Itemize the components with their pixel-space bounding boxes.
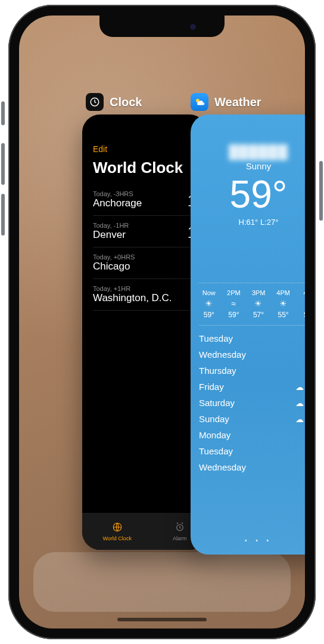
hour-label: 3PM [248,289,269,296]
daily-row: Wednesday [199,346,305,363]
time-offset: Today, -1HR [93,222,129,229]
hour-label: 4:4 [298,289,305,296]
city-label: Chicago [93,261,130,272]
tab-world-clock[interactable]: World Clock [103,522,132,541]
city-label: Anchorage [93,197,142,209]
switcher-header-weather[interactable]: Weather [191,93,261,111]
app-switcher[interactable]: Clock Weather Edit World Clock Today, -3… [19,16,305,628]
hour-cell: 3PM57° [248,289,269,319]
sun-icon [248,299,269,308]
weather-hilo: H:61° L:27° [199,218,305,227]
day-label: Thursday [199,366,236,376]
cloud-icon: 40% [295,382,305,392]
edit-button[interactable]: Edit [93,144,197,154]
day-label: Tuesday [199,446,233,456]
day-label: Wednesday [199,462,246,472]
clock-tabbar: World Clock Alarm [82,513,207,550]
switcher-label-weather: Weather [214,95,261,109]
hour-cell: 4:4Su [298,289,305,319]
day-label: Friday [199,382,224,392]
city-label: Denver [93,229,126,240]
hour-cell: 4PM55° [273,289,294,319]
weather-temp: 59° [199,172,305,216]
daily-row: Tuesday [199,443,305,459]
clock-app-icon [86,93,104,111]
switcher-header-clock[interactable]: Clock [86,93,142,111]
day-label: Saturday [199,398,235,408]
city-label: Washington, D.C. [93,292,172,304]
hour-cell: 2PM59° [224,289,244,319]
time-offset: Today, -3HRS [93,190,142,197]
switcher-label-clock: Clock [110,95,142,109]
city-label-blurred: ██████ [199,144,305,160]
world-clock-row[interactable]: Today, +0HRSChicago [93,247,197,279]
world-clock-row[interactable]: Today, -1HRDenver1 [93,216,197,247]
daily-row: Tuesday [199,330,305,346]
weather-condition: Sunny [199,161,305,171]
daily-row: Monday [199,427,305,443]
tab-alarm[interactable]: Alarm [173,522,187,541]
day-label: Sunday [199,414,229,424]
day-label: Tuesday [199,333,233,343]
cloud-icon: 60% [295,398,305,408]
sun-icon [273,299,294,308]
world-clock-row[interactable]: Today, +1HRWashington, D.C. [93,279,197,311]
time-offset: Today, +0HRS [93,253,135,261]
cloud-icon: 60% [295,414,305,424]
hour-label: 4PM [273,289,294,296]
hourly-forecast[interactable]: Now59°2PM59°3PM57°4PM55°4:4Su [199,283,305,326]
device-frame: Clock Weather Edit World Clock Today, -3… [8,5,316,639]
sun-icon [199,299,219,308]
page-indicator[interactable]: • • • [191,537,305,544]
screen: Clock Weather Edit World Clock Today, -3… [19,16,305,628]
clock-card[interactable]: Edit World Clock Today, -3HRSAnchorage1T… [82,114,207,550]
daily-row: Friday40% [199,379,305,395]
hour-temp: 59° [224,311,244,319]
hour-temp: 55° [273,311,294,319]
hour-label: Now [199,289,219,296]
daily-row: Saturday60% [199,395,305,411]
day-label: Monday [199,430,230,440]
daily-row: Thursday [199,363,305,379]
world-clock-title: World Clock [93,159,197,177]
day-label: Wednesday [199,349,246,360]
daily-forecast[interactable]: TuesdayWednesdayThursdayFriday40%Saturda… [199,330,305,475]
wind-icon [224,299,244,308]
alarm-icon [173,522,187,535]
time-offset: Today, +1HR [93,285,172,292]
weather-app-icon [191,93,208,111]
hour-temp: 57° [248,311,269,319]
daily-row: Wednesday [199,459,305,475]
globe-icon [103,522,132,535]
hour-temp: Su [298,311,305,319]
hour-label: 2PM [224,289,244,296]
notch [99,16,225,37]
hour-cell: Now59° [199,289,219,319]
world-clock-row[interactable]: Today, -3HRSAnchorage1 [93,184,197,216]
home-indicator[interactable] [117,618,207,621]
hour-temp: 59° [199,311,219,319]
daily-row: Sunday60% [199,411,305,427]
weather-card[interactable]: ██████ Sunny 59° H:61° L:27° Now59°2PM59… [191,114,305,555]
sun-icon [298,299,305,308]
